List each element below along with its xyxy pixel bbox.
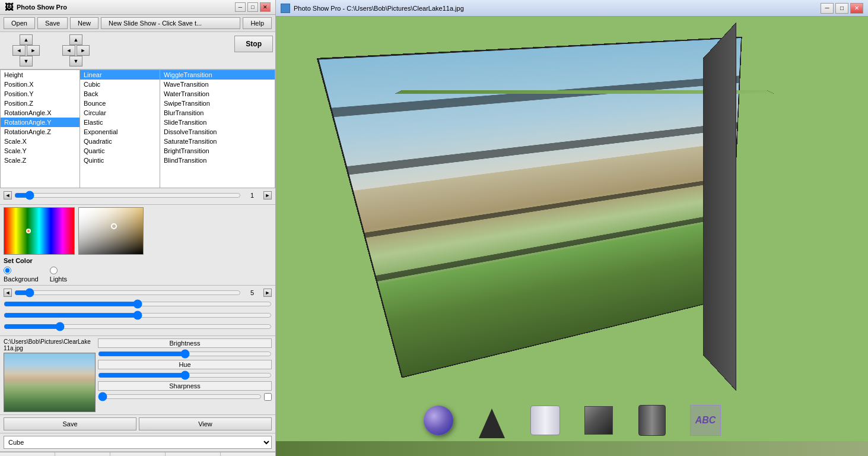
viewer-maximize-button[interactable]: □	[835, 3, 848, 14]
arrow-row-bottom-1: ▼	[20, 56, 33, 66]
right-arrow-button-2[interactable]: ►	[77, 45, 90, 56]
property-item[interactable]: Position.X	[1, 80, 80, 89]
help-button[interactable]: Help	[243, 17, 272, 29]
lights-radio[interactable]	[50, 267, 58, 274]
maximize-button[interactable]: □	[247, 2, 258, 12]
down-arrow-button-1[interactable]: ▼	[20, 56, 33, 66]
options-nav-button[interactable]: Options	[221, 452, 275, 456]
easing-item[interactable]: Elastic	[80, 118, 160, 127]
slider-row-4	[4, 311, 272, 320]
save-bottom-button[interactable]: Save	[4, 417, 136, 430]
background-radio-label[interactable]: Background	[4, 267, 45, 283]
slider-3[interactable]	[4, 299, 272, 309]
property-item[interactable]: RotationAngle.X	[1, 108, 80, 118]
transition-item[interactable]: SlideTransition	[160, 118, 275, 127]
viewer-title: Photo Show Pro - C:\Users\Bob\Pictures\C…	[294, 5, 464, 12]
slider-right-arrow-2[interactable]: ►	[263, 289, 272, 297]
new-slideshow-button[interactable]: New Slide Show - Click Save t...	[101, 17, 240, 29]
color-spectrum[interactable]	[4, 207, 75, 255]
cube-dropdown[interactable]: Cube Sphere Cylinder	[4, 436, 272, 449]
easing-item[interactable]: Bounce	[80, 99, 160, 108]
left-arrow-button-2[interactable]: ◄	[62, 45, 75, 56]
thumb-text[interactable]: ABC	[688, 403, 723, 438]
transition-item[interactable]: SwipeTransition	[160, 99, 275, 108]
thumb-dark-cylinder[interactable]	[634, 403, 670, 438]
view-nav-button[interactable]: View	[0, 452, 55, 456]
slider-left-arrow-2[interactable]: ◄	[4, 289, 12, 297]
slider-value-1: 1	[243, 192, 261, 199]
slider-5[interactable]	[4, 322, 272, 331]
property-item[interactable]: Height	[1, 70, 80, 80]
easing-item[interactable]: Quadratic	[80, 137, 160, 146]
slider-1[interactable]	[14, 191, 241, 200]
property-item[interactable]: RotationAngle.Y	[1, 118, 80, 127]
transition-item[interactable]: BlindTransition	[160, 156, 275, 165]
down-arrow-button-2[interactable]: ▼	[69, 56, 82, 66]
slider-section-2: ◄ 5 ►	[0, 286, 275, 336]
new-button[interactable]: New	[70, 17, 98, 29]
open-button[interactable]: Open	[4, 17, 35, 29]
transition-item[interactable]: DissolveTransition	[160, 127, 275, 137]
transition-item[interactable]: BrightTransition	[160, 146, 275, 156]
sharpness-slider[interactable]	[98, 392, 262, 401]
properties-area: HeightPosition.XPosition.YPosition.ZRota…	[0, 69, 275, 188]
transition-item[interactable]: WaterTransition	[160, 89, 275, 99]
transition-item[interactable]: WiggleTransition	[160, 70, 275, 80]
viewer-close-button[interactable]: ✕	[850, 3, 863, 14]
property-item[interactable]: RotationAngle.Z	[1, 127, 80, 137]
slide-shows-nav-button[interactable]: Slide Shows	[55, 452, 110, 456]
slider-right-arrow-1[interactable]: ►	[263, 191, 272, 200]
square-icon-container	[581, 403, 616, 438]
viewer-title-left: Photo Show Pro - C:\Users\Bob\Pictures\C…	[281, 4, 464, 13]
arrow-row-mid-1: ◄ ►	[12, 45, 40, 56]
save-button[interactable]: Save	[37, 17, 68, 29]
up-arrow-button-1[interactable]: ▲	[20, 34, 33, 45]
property-item[interactable]: Scale.X	[1, 137, 80, 146]
radio-row: Background Lights	[4, 267, 75, 283]
thumb-cone[interactable]	[474, 403, 510, 438]
color-gradient[interactable]	[78, 207, 144, 255]
slider-left-arrow-1[interactable]: ◄	[4, 191, 12, 200]
property-item[interactable]: Position.Z	[1, 99, 80, 108]
easing-item[interactable]: Quintic	[80, 156, 160, 165]
lights-radio-label[interactable]: Lights	[50, 267, 75, 283]
background-radio[interactable]	[4, 267, 11, 274]
right-arrow-button-1[interactable]: ►	[27, 45, 40, 56]
property-item[interactable]: Scale.Z	[1, 156, 80, 165]
email-nav-button[interactable]: EMail	[166, 452, 221, 456]
stop-section: Stop	[234, 34, 273, 66]
property-item[interactable]: Scale.Y	[1, 146, 80, 156]
easing-item[interactable]: Cubic	[80, 80, 160, 89]
easing-item[interactable]: Quartic	[80, 146, 160, 156]
easing-item[interactable]: Linear	[80, 70, 160, 80]
sharpness-checkbox[interactable]	[264, 393, 272, 401]
lights-label: Lights	[50, 276, 67, 283]
slider-2[interactable]	[14, 288, 241, 297]
transition-item[interactable]: BlurTransition	[160, 108, 275, 118]
cylinder-icon-container	[527, 403, 563, 438]
property-item[interactable]: Position.Y	[1, 89, 80, 99]
share-nav-button[interactable]: Share	[110, 452, 166, 456]
viewer-minimize-button[interactable]: ─	[821, 3, 834, 14]
minimize-button[interactable]: ─	[235, 2, 246, 12]
thumb-cylinder[interactable]	[527, 403, 563, 438]
hue-slider[interactable]	[98, 370, 272, 380]
set-color-label: Set Color	[4, 257, 75, 264]
photo-content	[319, 38, 740, 376]
gradient-indicator	[111, 223, 117, 229]
up-arrow-button-2[interactable]: ▲	[69, 34, 82, 45]
easing-item[interactable]: Back	[80, 89, 160, 99]
transition-item[interactable]: WaveTransition	[160, 80, 275, 89]
easing-item[interactable]: Exponential	[80, 127, 160, 137]
image-preview-inner	[4, 353, 95, 411]
brightness-slider[interactable]	[98, 349, 272, 359]
view-bottom-button[interactable]: View	[139, 417, 272, 430]
left-arrow-button-1[interactable]: ◄	[12, 45, 26, 56]
transition-item[interactable]: SaturateTransition	[160, 137, 275, 146]
stop-button[interactable]: Stop	[234, 36, 273, 52]
close-button[interactable]: ✕	[260, 2, 271, 12]
thumb-sphere[interactable]	[421, 403, 456, 438]
thumb-square[interactable]	[581, 403, 616, 438]
slider-4[interactable]	[4, 311, 272, 320]
easing-item[interactable]: Circular	[80, 108, 160, 118]
